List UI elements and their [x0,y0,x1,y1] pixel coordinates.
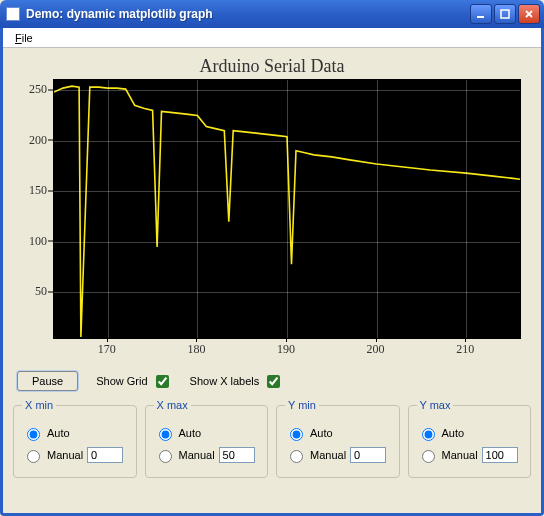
menubar: File [3,28,541,48]
window-title: Demo: dynamic matplotlib graph [26,7,470,21]
manual-label: Manual [47,449,83,461]
plot-area: Arduino Serial Data 50100150200250170180… [11,54,533,361]
axis-box-legend: Y max [417,399,454,411]
auto-radio[interactable] [27,428,40,441]
manual-radio[interactable] [422,450,435,463]
show-xlabels-checkbox-wrap[interactable]: Show X labels [190,372,284,391]
y-tick-label: 200 [17,132,47,147]
grid-line-v [466,80,467,338]
axis-box-x-max: X maxAutoManual [145,399,269,478]
window-buttons [470,4,540,24]
manual-radio-row[interactable]: Manual [22,447,128,463]
axis-groups: X minAutoManual X maxAutoManual Y minAut… [3,399,541,488]
menu-file-accel: F [15,32,22,44]
auto-label: Auto [179,427,202,439]
grid-line-v [108,80,109,338]
grid-line-v [287,80,288,338]
x-tick-label: 200 [367,342,385,357]
auto-radio-row[interactable]: Auto [417,425,523,441]
minimize-button[interactable] [470,4,492,24]
manual-value-input[interactable] [482,447,518,463]
manual-value-input[interactable] [350,447,386,463]
auto-label: Auto [310,427,333,439]
manual-label: Manual [310,449,346,461]
axis-box-y-max: Y maxAutoManual [408,399,532,478]
manual-radio-row[interactable]: Manual [154,447,260,463]
auto-radio-row[interactable]: Auto [154,425,260,441]
grid-line-v [377,80,378,338]
auto-radio-row[interactable]: Auto [22,425,128,441]
show-grid-checkbox[interactable] [156,375,169,388]
axis-box-x-min: X minAutoManual [13,399,137,478]
axis-box-y-min: Y minAutoManual [276,399,400,478]
chart-axes[interactable] [53,79,521,339]
menu-file-rest: ile [22,32,33,44]
app-icon [6,7,20,21]
auto-radio-row[interactable]: Auto [285,425,391,441]
plot-title: Arduino Serial Data [11,56,533,77]
client-area: File Arduino Serial Data 501001502002501… [0,28,544,516]
show-xlabels-checkbox[interactable] [267,375,280,388]
close-button[interactable] [518,4,540,24]
manual-label: Manual [179,449,215,461]
auto-label: Auto [442,427,465,439]
manual-radio[interactable] [159,450,172,463]
axis-box-legend: Y min [285,399,319,411]
auto-label: Auto [47,427,70,439]
manual-radio-row[interactable]: Manual [285,447,391,463]
auto-radio[interactable] [159,428,172,441]
x-tick-label: 180 [187,342,205,357]
manual-radio-row[interactable]: Manual [417,447,523,463]
controls-row: Pause Show Grid Show X labels [3,365,541,399]
manual-radio[interactable] [27,450,40,463]
y-tick-label: 150 [17,183,47,198]
auto-radio[interactable] [422,428,435,441]
y-tick-label: 100 [17,233,47,248]
x-tick-label: 190 [277,342,295,357]
show-grid-label: Show Grid [96,375,147,387]
manual-radio[interactable] [290,450,303,463]
x-tick-label: 210 [456,342,474,357]
maximize-button[interactable] [494,4,516,24]
axis-box-legend: X max [154,399,191,411]
manual-value-input[interactable] [87,447,123,463]
axes-wrap: 50100150200250170180190200210 [53,79,521,339]
auto-radio[interactable] [290,428,303,441]
x-tick-label: 170 [98,342,116,357]
y-tick-label: 250 [17,82,47,97]
manual-label: Manual [442,449,478,461]
pause-button[interactable]: Pause [17,371,78,391]
show-xlabels-label: Show X labels [190,375,260,387]
menu-file[interactable]: File [9,30,39,46]
grid-line-v [197,80,198,338]
svg-rect-0 [477,16,484,18]
manual-value-input[interactable] [219,447,255,463]
axis-box-legend: X min [22,399,56,411]
svg-rect-1 [501,10,509,18]
show-grid-checkbox-wrap[interactable]: Show Grid [96,372,171,391]
y-tick-label: 50 [17,284,47,299]
titlebar[interactable]: Demo: dynamic matplotlib graph [0,0,544,28]
